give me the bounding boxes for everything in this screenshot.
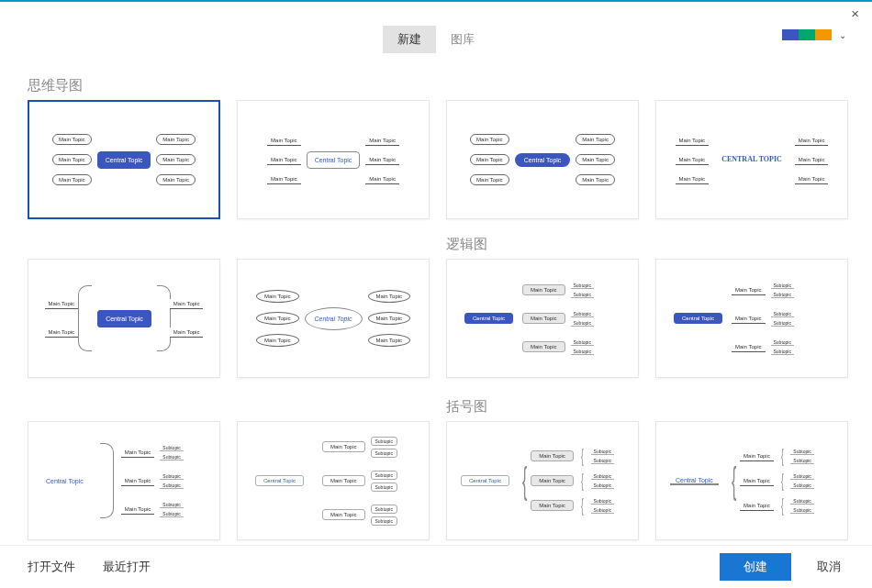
node-sub: Subtopic — [790, 483, 813, 489]
template-logic-2[interactable]: Central Topic Main TopicSubtopicSubtopic… — [655, 259, 848, 378]
swatch-1 — [782, 29, 799, 40]
palette-swatches — [782, 29, 832, 40]
node-central: Central Topic — [305, 307, 363, 330]
section-title-logic: 逻辑图 — [446, 236, 848, 253]
brace-icon: { — [581, 473, 584, 488]
node-central: Central Topic — [461, 475, 509, 486]
tab-gallery[interactable]: 图库 — [436, 26, 489, 53]
template-mindmap-6[interactable]: Main Topic Main Topic Main Topic Central… — [237, 259, 430, 378]
brace-icon: { — [781, 498, 784, 513]
template-mindmap-2[interactable]: Main Topic Main Topic Main Topic Central… — [237, 100, 430, 219]
node-main: Main Topic — [322, 509, 365, 520]
node-sub: Subtopic — [591, 473, 614, 480]
node-main: Main Topic — [121, 476, 155, 486]
node-sub: Subtopic — [591, 498, 614, 505]
section-title-bracket: 括号图 — [446, 398, 848, 416]
node-sub: Subtopic — [771, 320, 794, 327]
node-main: Main Topic — [531, 450, 574, 461]
template-mindmap-5[interactable]: Main Topic Main Topic Central Topic Main… — [28, 259, 220, 378]
connector-icon — [157, 285, 171, 351]
template-logic-3[interactable]: Central Topic Main TopicSubtopicSubtopic… — [28, 421, 220, 540]
template-bracket-1[interactable]: Central Topic { Main Topic{SubtopicSubto… — [446, 421, 639, 540]
node-main: Main Topic — [170, 327, 204, 338]
node-main: Main Topic — [365, 174, 399, 184]
cancel-button[interactable]: 取消 — [808, 553, 850, 581]
swatch-3 — [815, 29, 832, 40]
section-title-mindmap: 思维导图 — [28, 77, 848, 94]
node-sub: Subtopic — [591, 458, 614, 464]
node-sub: Subtopic — [571, 320, 594, 327]
brace-icon: { — [781, 449, 784, 463]
brace-icon: { — [522, 466, 527, 495]
node-main: Main Topic — [522, 313, 565, 324]
node-sub: Subtopic — [571, 292, 594, 298]
node-main: Main Topic — [795, 155, 829, 165]
node-main: Main Topic — [365, 136, 399, 146]
node-sub: Subtopic — [790, 498, 813, 505]
node-sub: Subtopic — [771, 339, 794, 346]
node-sub: Subtopic — [371, 516, 397, 526]
node-sub: Subtopic — [160, 454, 183, 460]
node-sub: Subtopic — [790, 507, 813, 514]
node-main: Main Topic — [156, 174, 196, 185]
node-main: Main Topic — [156, 154, 196, 165]
node-main: Main Topic — [522, 284, 565, 295]
node-main: Main Topic — [732, 285, 766, 295]
tab-new[interactable]: 新建 — [383, 26, 436, 53]
node-main: Main Topic — [470, 134, 509, 145]
node-main: Main Topic — [795, 174, 829, 184]
recent-open-button[interactable]: 最近打开 — [97, 555, 156, 579]
node-main: Main Topic — [267, 155, 301, 165]
node-main: Main Topic — [267, 174, 301, 184]
node-central: Central Topic — [307, 151, 361, 169]
node-central: Central Topic — [97, 151, 151, 169]
node-main: Main Topic — [740, 476, 774, 486]
node-main: Main Topic — [576, 154, 615, 165]
tabs: 新建 图库 — [383, 26, 489, 53]
node-main: Main Topic — [676, 155, 710, 165]
open-file-button[interactable]: 打开文件 — [22, 555, 81, 579]
template-gallery: 思维导图 Main Topic Main Topic Main Topic Ce… — [0, 55, 872, 546]
node-central: Central Topic — [515, 153, 571, 167]
brace-icon: { — [581, 449, 584, 463]
node-sub: Subtopic — [371, 471, 397, 480]
swatch-2 — [799, 29, 815, 40]
node-central: Central Topic — [670, 477, 719, 485]
node-main: Main Topic — [732, 342, 766, 352]
node-sub: Subtopic — [371, 449, 397, 458]
node-main: Main Topic — [531, 500, 574, 511]
chevron-down-icon[interactable]: ⌄ — [839, 30, 846, 40]
template-mindmap-1[interactable]: Main Topic Main Topic Main Topic Central… — [28, 100, 220, 219]
node-central: Central Topic — [46, 478, 84, 484]
template-logic-4[interactable]: Central Topic Main TopicSubtopicSubtopic… — [237, 421, 430, 540]
node-sub: Subtopic — [571, 311, 594, 317]
close-icon[interactable]: × — [851, 6, 859, 21]
node-main: Main Topic — [676, 174, 710, 184]
node-sub: Subtopic — [771, 349, 794, 355]
node-sub: Subtopic — [160, 483, 183, 489]
node-main: Main Topic — [576, 134, 615, 145]
template-bracket-2[interactable]: Central Topic { Main Topic{SubtopicSubto… — [655, 421, 848, 540]
node-sub: Subtopic — [771, 283, 794, 289]
connector-icon — [100, 443, 114, 518]
node-central: Central Topic — [674, 313, 722, 324]
node-main: Main Topic — [732, 314, 766, 324]
color-palette-picker[interactable]: ⌄ — [782, 29, 846, 40]
node-sub: Subtopic — [160, 502, 183, 508]
node-sub: Subtopic — [160, 511, 183, 517]
node-main: Main Topic — [576, 174, 615, 185]
create-button[interactable]: 创建 — [720, 553, 791, 581]
node-main: Main Topic — [267, 136, 301, 146]
node-main: Main Topic — [256, 334, 299, 347]
node-main: Main Topic — [156, 134, 196, 145]
template-logic-1[interactable]: Central Topic Main TopicSubtopicSubtopic… — [446, 259, 639, 378]
node-main: Main Topic — [256, 312, 299, 325]
node-main: Main Topic — [368, 312, 411, 325]
template-mindmap-4[interactable]: Main Topic Main Topic Main Topic CENTRAL… — [655, 100, 848, 219]
node-main: Main Topic — [45, 327, 79, 338]
node-central: CENTRAL TOPIC — [714, 151, 789, 168]
node-main: Main Topic — [322, 475, 365, 486]
template-mindmap-3[interactable]: Main Topic Main Topic Main Topic Central… — [446, 100, 639, 219]
node-sub: Subtopic — [790, 449, 813, 455]
node-main: Main Topic — [365, 155, 399, 165]
